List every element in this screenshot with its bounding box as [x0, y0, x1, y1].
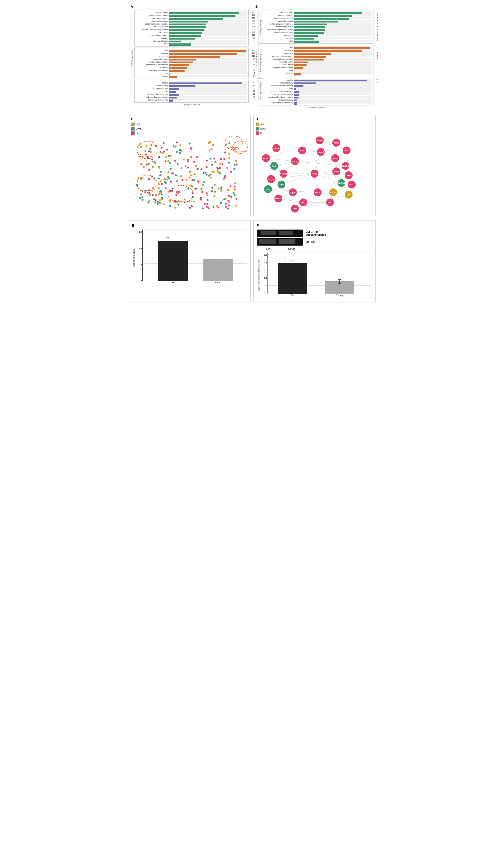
svg-point-212 — [191, 185, 193, 188]
bar-label: multicellular organismal process — [260, 29, 294, 31]
bar-label: cellular component organiz... — [136, 23, 169, 25]
svg-point-222 — [157, 203, 159, 205]
svg-point-101 — [163, 142, 165, 144]
bar-track: 82 — [169, 84, 248, 87]
bar-track: 37 — [169, 40, 248, 42]
svg-point-156 — [224, 151, 226, 153]
bar-row: biological adhesion37 — [136, 40, 248, 42]
bar-row: metabolic process118 — [136, 25, 248, 28]
panel-f-bars-area: * Old Young — [268, 253, 372, 299]
svg-point-284 — [180, 167, 182, 169]
bar-row: macromolecular complex77 — [136, 61, 248, 63]
bar-label: cellular process — [136, 12, 169, 13]
sig-stars-e: *** — [166, 237, 169, 240]
svg-text:Vdac1: Vdac1 — [279, 184, 284, 185]
svg-point-329 — [159, 199, 161, 201]
bar-row: other6 — [260, 69, 372, 72]
svg-point-174 — [179, 149, 181, 151]
svg-text:Atp5a1: Atp5a1 — [317, 140, 323, 142]
wb-row-2: GAPDH — [257, 238, 372, 246]
svg-point-295 — [206, 206, 208, 208]
bar-row: supramolecular complex49 — [136, 69, 248, 72]
svg-point-148 — [201, 191, 203, 193]
bar-row: response to stimulus125 — [136, 20, 248, 22]
bar-track: 72 — [294, 72, 372, 74]
bar-track: 206 — [294, 37, 372, 39]
svg-point-300 — [161, 183, 163, 185]
bar-label: multicellular organismal process — [136, 29, 169, 31]
wb-label-text-2: GAPDH — [306, 240, 315, 244]
svg-point-328 — [233, 168, 235, 170]
svg-point-172 — [158, 156, 160, 158]
wb-label-2: GAPDH — [306, 238, 315, 246]
panel-e-chart: Cytc original value 1.5 1.0 0.5 0.0 — [132, 229, 248, 286]
bar-value: 30 — [378, 101, 378, 104]
svg-line-15 — [177, 180, 192, 181]
svg-point-326 — [205, 192, 207, 194]
legend-up-label-d: Up — [260, 132, 264, 135]
tick-f-0.2: 0.2 — [264, 277, 267, 279]
bar-track: 24 — [294, 87, 372, 90]
svg-text:Got2: Got2 — [272, 165, 276, 167]
svg-point-210 — [233, 164, 235, 166]
bar-row: transcription factor activity,...49 — [260, 90, 372, 93]
bar-row: other21 — [136, 90, 248, 93]
wb-young-label: Young — [280, 248, 303, 250]
bar-label: other — [260, 40, 294, 42]
svg-point-281 — [147, 163, 149, 165]
bar-label: binding — [136, 82, 169, 84]
svg-point-201 — [171, 172, 173, 174]
bar-row: localization104 — [136, 31, 248, 34]
bar-label: molecular function regulator — [136, 96, 169, 98]
bar-row: macromolecular complex305 — [260, 58, 372, 60]
bar-row: signal transducer activity12 — [136, 98, 248, 101]
svg-point-297 — [187, 167, 189, 169]
svg-point-229 — [154, 201, 157, 203]
bar-row: cellular component organiz...335 — [260, 22, 372, 25]
bar-row: catalytic activity82 — [136, 84, 248, 87]
cluster-hepatocellular: Hepatocellular carcinoma — [168, 185, 194, 203]
bar-row: single-organism process212 — [136, 14, 248, 17]
bar-value: 206 — [377, 37, 378, 39]
svg-point-125 — [228, 204, 230, 206]
bar-track: 101 — [169, 34, 248, 36]
bar-track: 49 — [169, 69, 248, 72]
legend-down-box-c — [131, 127, 135, 130]
error-bar-young-f — [339, 279, 340, 283]
wb-label-1: Cyt C T50phosphorylation — [306, 229, 326, 237]
panel-f-y-label: Cyt C T50 phosphorylatio/GAPDH — [257, 253, 261, 299]
panel-f-label: F — [257, 224, 372, 227]
middle-row: C Both Down Up Oxidative pho — [129, 115, 376, 216]
svg-point-260 — [208, 149, 211, 151]
bar-label: other — [260, 69, 294, 71]
tick-f-0.1: 0.1 — [264, 284, 267, 287]
svg-point-234 — [141, 163, 143, 165]
bar-row: developmental process101 — [136, 34, 248, 36]
bar-label: other — [136, 43, 169, 45]
bar-track: 24 — [169, 75, 248, 77]
svg-point-196 — [206, 199, 208, 201]
panel-a-label: A — [131, 5, 249, 9]
svg-point-331 — [235, 205, 237, 207]
label-young-e: Young — [203, 281, 233, 286]
bar-value: 129 — [377, 63, 378, 66]
svg-text:Slc25a4: Slc25a4 — [338, 182, 345, 184]
tick-0.0: 0.0 — [139, 279, 142, 282]
bar-track: 31 — [169, 87, 248, 90]
svg-point-256 — [197, 168, 199, 170]
panel-f: F Cyt C T50phosphorylation — [253, 220, 376, 302]
bar-label: structural molecule activity — [136, 93, 169, 95]
panel-a-molecular: binding232catalytic activity82transporte… — [135, 80, 249, 103]
bar-label: single-organism process — [260, 17, 294, 19]
bar-label: response to stimulus — [260, 26, 294, 28]
gridline-top — [143, 229, 248, 230]
wb-label-text-1: Cyt C T50phosphorylation — [306, 231, 326, 236]
bar-label: metabolic process — [136, 26, 169, 28]
panel-e: E Cytc original value 1.5 1.0 0.5 0.0 — [129, 220, 251, 302]
wb-band-old-2 — [259, 239, 276, 244]
svg-point-269 — [190, 148, 192, 150]
svg-point-262 — [159, 202, 161, 204]
svg-point-154 — [211, 186, 213, 189]
error-bar-old-f — [292, 260, 293, 266]
svg-point-272 — [200, 197, 202, 199]
